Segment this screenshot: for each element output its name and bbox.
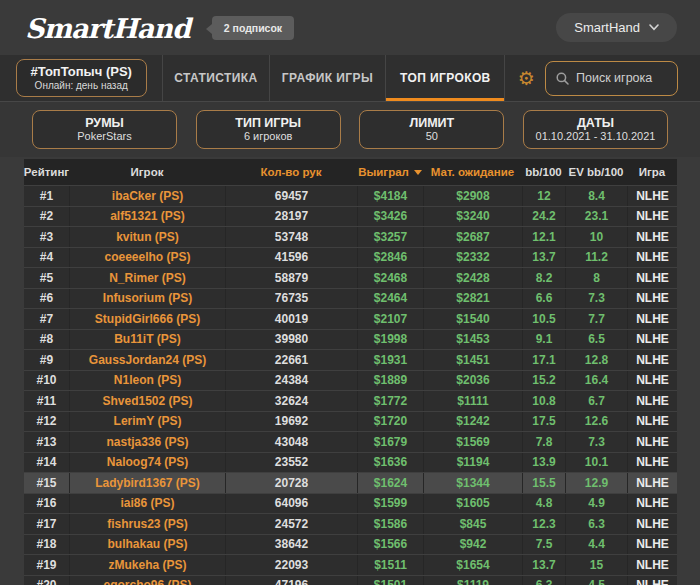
cell-bb100: 13.7 (522, 555, 565, 575)
search-input[interactable] (576, 71, 667, 85)
table-row[interactable]: #11Shved1502 (PS)32624$1772$111110.86.7N… (24, 390, 677, 411)
cell-won-amount: $1931 (357, 350, 423, 370)
column-header-hands[interactable]: Кол-во рук (225, 159, 357, 185)
cell-bb100: 6.3 (522, 576, 565, 585)
cell-hands-count: 43048 (225, 432, 357, 452)
cell-player-name[interactable]: ibaCker (PS) (69, 186, 225, 206)
tab-player-profile[interactable]: #ТопТопыч (PS) Онлайн: день назад (0, 55, 163, 101)
cell-game-type: NLHE (627, 576, 677, 585)
filter-game-type-label: ТИП ИГРЫ (235, 116, 301, 130)
filter-dates-button[interactable]: ДАТЫ 01.10.2021 - 31.10.2021 (523, 110, 668, 149)
table-row[interactable]: #7StupidGirl666 (PS)40019$2107$154010.57… (24, 308, 677, 329)
cell-ev-bb100: 12.9 (565, 473, 627, 493)
filter-limit-button[interactable]: ЛИМИТ 50 (359, 110, 504, 149)
cell-expectation-amount: $1242 (423, 412, 522, 432)
table-row[interactable]: #12LerimY (PS)19692$1720$124217.512.6NLH… (24, 411, 677, 432)
cell-player-name[interactable]: Shved1502 (PS) (69, 391, 225, 411)
cell-won-amount: $1679 (357, 432, 423, 452)
cell-hands-count: 19692 (225, 412, 357, 432)
cell-rank: #10 (24, 371, 69, 391)
cell-bb100: 15.2 (522, 371, 565, 391)
table-row[interactable]: #14Naloog74 (PS)23552$1636$119413.910.1N… (24, 452, 677, 473)
table-row[interactable]: #17fishrus23 (PS)24572$1586$84512.36.3NL… (24, 513, 677, 534)
column-header-rating[interactable]: Рейтинг (24, 159, 69, 185)
cell-bb100: 12.1 (522, 227, 565, 247)
table-row[interactable]: #10N1leon (PS)24384$1889$203615.216.4NLH… (24, 370, 677, 391)
cell-ev-bb100: 11.2 (565, 248, 627, 268)
cell-game-type: NLHE (627, 514, 677, 534)
filter-rooms-button[interactable]: РУМЫ PokerStars (32, 110, 177, 149)
table-row[interactable]: #9GaussJordan24 (PS)22661$1931$145117.11… (24, 349, 677, 370)
cell-game-type: NLHE (627, 412, 677, 432)
table-row[interactable]: #1ibaCker (PS)69457$4184$2908128.4NLHE (24, 185, 677, 206)
table-row[interactable]: #4coeeeelho (PS)41596$2846$233213.711.2N… (24, 247, 677, 268)
cell-game-type: NLHE (627, 289, 677, 309)
cell-player-name[interactable]: Infusorium (PS) (69, 289, 225, 309)
cell-player-name[interactable]: GaussJordan24 (PS) (69, 350, 225, 370)
cell-hands-count: 22093 (225, 555, 357, 575)
table-row[interactable]: #6Infusorium (PS)76735$2464$28216.67.3NL… (24, 288, 677, 309)
cell-bb100: 7.5 (522, 535, 565, 555)
tab-statistics[interactable]: СТАТИСТИКА (163, 55, 269, 101)
cell-hands-count: 24384 (225, 371, 357, 391)
cell-player-name[interactable]: egorcho96 (PS) (69, 576, 225, 585)
cell-won-amount: $1772 (357, 391, 423, 411)
column-header-won[interactable]: Выиграл (357, 159, 423, 185)
cell-player-name[interactable]: nastja336 (PS) (69, 432, 225, 452)
cell-game-type: NLHE (627, 473, 677, 493)
column-header-player[interactable]: Игрок (69, 159, 225, 185)
cell-player-name[interactable]: Bu11iT (PS) (69, 330, 225, 350)
table-row[interactable]: #20egorcho96 (PS)47196$1501$11196.34.5NL… (24, 575, 677, 585)
cell-bb100: 17.5 (522, 412, 565, 432)
cell-player-name[interactable]: StupidGirl666 (PS) (69, 309, 225, 329)
column-header-game[interactable]: Игра (627, 159, 677, 185)
subscriptions-badge[interactable]: 2 подписок (212, 16, 294, 40)
cell-player-name[interactable]: N1leon (PS) (69, 371, 225, 391)
table-row[interactable]: #16iai86 (PS)64096$1599$16054.84.9NLHE (24, 493, 677, 514)
cell-player-name[interactable]: coeeeelho (PS) (69, 248, 225, 268)
cell-player-name[interactable]: alf51321 (PS) (69, 207, 225, 227)
filter-game-type-button[interactable]: ТИП ИГРЫ 6 игроков (196, 110, 341, 149)
cell-won-amount: $1566 (357, 535, 423, 555)
cell-ev-bb100: 15 (565, 555, 627, 575)
table-body: #1ibaCker (PS)69457$4184$2908128.4NLHE#2… (24, 185, 677, 585)
table-row[interactable]: #13nastja336 (PS)43048$1679$15697.87.3NL… (24, 431, 677, 452)
table-row[interactable]: #15Ladybird1367 (PS)20728$1624$134415.51… (24, 472, 677, 493)
cell-player-name[interactable]: bulhakau (PS) (69, 535, 225, 555)
table-row[interactable]: #8Bu11iT (PS)39980$1998$14539.16.5NLHE (24, 329, 677, 350)
search-box[interactable] (545, 61, 678, 96)
cell-player-name[interactable]: kvitun (PS) (69, 227, 225, 247)
settings-gear-icon[interactable]: ⚙ (509, 55, 543, 101)
cell-rank: #16 (24, 494, 69, 514)
tab-game-graph[interactable]: ГРАФИК ИГРЫ (270, 55, 387, 101)
cell-player-name[interactable]: fishrus23 (PS) (69, 514, 225, 534)
table-row[interactable]: #3kvitun (PS)53748$3257$268712.110NLHE (24, 226, 677, 247)
cell-expectation-amount: $1569 (423, 432, 522, 452)
column-header-bb100[interactable]: bb/100 (522, 159, 565, 185)
table-row[interactable]: #2alf51321 (PS)28197$3426$324024.223.1NL… (24, 206, 677, 227)
cell-won-amount: $1599 (357, 494, 423, 514)
app-root: SmartHand 2 подписок SmartHand #ТопТопыч… (0, 0, 700, 585)
cell-player-name[interactable]: LerimY (PS) (69, 412, 225, 432)
table-row[interactable]: #5N_Rimer (PS)58879$2468$24288.28NLHE (24, 267, 677, 288)
cell-game-type: NLHE (627, 535, 677, 555)
cell-ev-bb100: 7.7 (565, 309, 627, 329)
table-row[interactable]: #19zMukeha (PS)22093$1511$165413.715NLHE (24, 554, 677, 575)
app-logo: SmartHand (25, 13, 190, 44)
cell-rank: #6 (24, 289, 69, 309)
column-header-expectation[interactable]: Мат. ожидание (423, 159, 522, 185)
account-menu-button[interactable]: SmartHand (556, 13, 677, 42)
cell-player-name[interactable]: Naloog74 (PS) (69, 453, 225, 473)
cell-ev-bb100: 8.4 (565, 186, 627, 206)
cell-player-name[interactable]: zMukeha (PS) (69, 555, 225, 575)
cell-won-amount: $2468 (357, 268, 423, 288)
table-row[interactable]: #18bulhakau (PS)38642$1566$9427.54.4NLHE (24, 534, 677, 555)
cell-player-name[interactable]: N_Rimer (PS) (69, 268, 225, 288)
column-header-ev-bb100[interactable]: EV bb/100 (565, 159, 627, 185)
filter-limit-value: 50 (426, 130, 438, 143)
tab-top-players[interactable]: ТОП ИГРОКОВ (386, 55, 505, 101)
cell-player-name[interactable]: iai86 (PS) (69, 494, 225, 514)
cell-bb100: 9.1 (522, 330, 565, 350)
cell-player-name[interactable]: Ladybird1367 (PS) (69, 473, 225, 493)
cell-hands-count: 28197 (225, 207, 357, 227)
